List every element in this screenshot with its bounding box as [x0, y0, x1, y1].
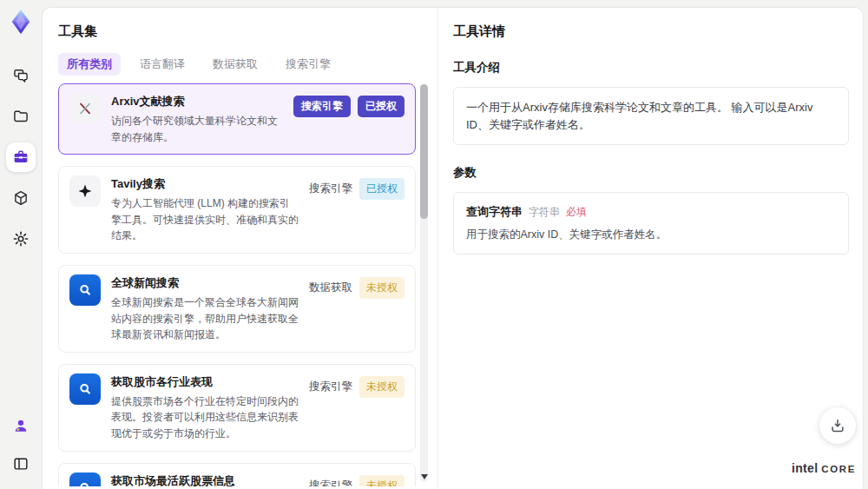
tool-card-arxiv[interactable]: Arxiv文献搜索 访问各个研究领域大量科学论文和文章的存储库。 搜索引擎 已授… — [58, 83, 416, 155]
intel-core-logo: intel core — [792, 461, 856, 475]
left-rail — [0, 0, 42, 489]
scrollbar-thumb[interactable] — [420, 84, 428, 219]
core-wordmark: core — [821, 464, 856, 474]
tool-name: Arxiv文献搜索 — [111, 94, 283, 109]
category-badge: 搜索引擎 — [309, 475, 352, 486]
tool-card-global-news[interactable]: 全球新闻搜索 全球新闻搜索是一个聚合全球各大新闻网站内容的搜索引擎，帮助用户快速… — [58, 265, 416, 353]
category-badge: 搜索引擎 — [309, 376, 352, 398]
blue-search-icon — [69, 373, 101, 405]
intro-card: 一个用于从Arxiv存储库搜索科学论文和文章的工具。 输入可以是Arxiv ID… — [453, 87, 849, 145]
list-scrollbar[interactable] — [420, 84, 428, 482]
rail-bottom — [6, 411, 36, 479]
download-icon — [829, 417, 846, 434]
collapse-panel-icon[interactable] — [6, 449, 36, 479]
scroll-down-arrow-icon[interactable] — [421, 474, 428, 479]
toolbox-icon[interactable] — [6, 142, 36, 172]
auth-status-badge[interactable]: 已授权 — [358, 96, 404, 117]
intel-wordmark: intel — [792, 461, 818, 475]
detail-title: 工具详情 — [453, 23, 849, 40]
category-badge: 数据获取 — [309, 277, 352, 299]
blue-search-icon — [69, 274, 101, 306]
auth-status-badge[interactable]: 未授权 — [359, 475, 404, 486]
arxiv-icon — [69, 93, 101, 124]
tool-card-most-active-stocks[interactable]: 获取市场最活跃股票信息 提供当天交易量最高的股票列表，投资者可以利用这些信息来识… — [58, 463, 416, 486]
app-logo — [8, 9, 34, 35]
app-window: 工具集 所有类别 语言翻译 数据获取 搜索引擎 A — [0, 0, 868, 489]
param-required-badge: 必填 — [566, 205, 587, 220]
star-icon — [69, 175, 101, 207]
tool-name: 获取市场最活跃股票信息 — [111, 473, 299, 486]
user-avatar-icon[interactable] — [6, 411, 36, 440]
tab-data-fetch[interactable]: 数据获取 — [204, 53, 266, 76]
intro-text: 一个用于从Arxiv存储库搜索科学论文和文章的工具。 输入可以是Arxiv ID… — [466, 99, 836, 133]
auth-status-badge[interactable]: 未授权 — [359, 277, 404, 299]
tool-description: 专为人工智能代理 (LLM) 构建的搜索引擎工具。可快速提供实时、准确和真实的结… — [111, 195, 299, 244]
blue-search-icon — [69, 472, 101, 486]
params-heading: 参数 — [453, 165, 849, 181]
tool-description: 全球新闻搜索是一个聚合全球各大新闻网站内容的搜索引擎，帮助用户快速获取全球最新资… — [111, 294, 299, 343]
category-badge: 搜索引擎 — [309, 178, 352, 200]
settings-icon[interactable] — [6, 224, 36, 254]
tool-card-tavily[interactable]: Tavily搜索 专为人工智能代理 (LLM) 构建的搜索引擎工具。可快速提供实… — [58, 166, 416, 254]
download-button[interactable] — [819, 407, 856, 444]
tool-list: Arxiv文献搜索 访问各个研究领域大量科学论文和文章的存储库。 搜索引擎 已授… — [58, 83, 416, 486]
folder-icon[interactable] — [6, 102, 36, 131]
main-card: 工具集 所有类别 语言翻译 数据获取 搜索引擎 A — [42, 7, 864, 489]
auth-status-badge[interactable]: 未授权 — [359, 376, 404, 398]
param-card: 查询字符串 字符串 必填 用于搜索的Arxiv ID、关键字或作者姓名。 — [453, 192, 849, 254]
tool-name: 获取股市各行业表现 — [111, 374, 299, 390]
tool-description: 提供股票市场各个行业在特定时间段内的表现。投资者可以利用这些信息来识别表现优于或… — [111, 393, 299, 442]
tool-list-pane: 工具集 所有类别 语言翻译 数据获取 搜索引擎 A — [43, 8, 437, 489]
tab-all-categories[interactable]: 所有类别 — [58, 53, 121, 76]
category-badge: 搜索引擎 — [293, 96, 351, 117]
tab-search-engine[interactable]: 搜索引擎 — [277, 53, 339, 76]
tool-name: Tavily搜索 — [111, 176, 299, 192]
intro-heading: 工具介绍 — [453, 60, 849, 76]
tool-name: 全球新闻搜索 — [111, 275, 299, 291]
param-type: 字符串 — [529, 205, 560, 220]
tab-translation[interactable]: 语言翻译 — [131, 53, 194, 76]
rail-nav — [6, 61, 36, 254]
tool-card-sector-performance[interactable]: 获取股市各行业表现 提供股票市场各个行业在特定时间段内的表现。投资者可以利用这些… — [58, 364, 416, 452]
tool-description: 访问各个研究领域大量科学论文和文章的存储库。 — [111, 113, 283, 145]
chat-icon[interactable] — [6, 61, 36, 90]
param-description: 用于搜索的Arxiv ID、关键字或作者姓名。 — [466, 228, 836, 242]
package-icon[interactable] — [6, 183, 36, 213]
page-title: 工具集 — [58, 23, 437, 40]
auth-status-badge[interactable]: 已授权 — [359, 178, 404, 200]
param-name: 查询字符串 — [466, 204, 523, 220]
category-tabs: 所有类别 语言翻译 数据获取 搜索引擎 — [58, 53, 437, 76]
tool-detail-pane: 工具详情 工具介绍 一个用于从Arxiv存储库搜索科学论文和文章的工具。 输入可… — [438, 8, 863, 489]
